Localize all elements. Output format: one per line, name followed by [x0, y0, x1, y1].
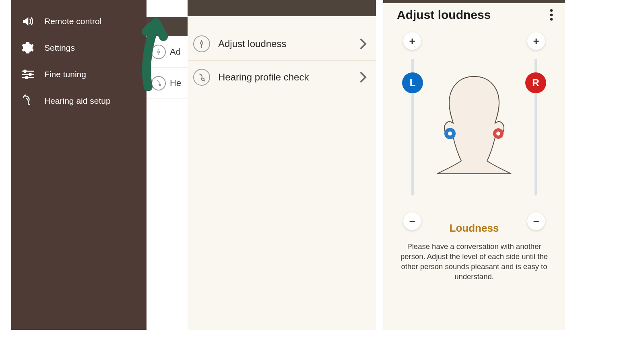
list-item-label: He — [170, 78, 181, 88]
fine-tuning-list-panel: Adjust loudness Hearing profile check — [188, 0, 376, 330]
drawer-item-settings[interactable]: Settings — [11, 35, 147, 61]
svg-point-3 — [159, 84, 161, 85]
drawer-item-remote-control[interactable]: Remote control — [11, 8, 147, 35]
drawer-item-label: Fine tuning — [44, 70, 86, 79]
plus-icon: + — [409, 35, 415, 47]
svg-point-22 — [496, 132, 500, 136]
right-minus-button[interactable]: − — [527, 212, 545, 230]
chevron-right-icon — [360, 72, 367, 83]
minus-icon: − — [533, 215, 539, 228]
chevron-right-icon — [360, 38, 367, 49]
list-item-label: Adjust loudness — [218, 38, 286, 49]
svg-point-18 — [550, 9, 553, 12]
left-plus-button[interactable]: + — [403, 32, 421, 50]
instruction-text: Please have a conversation with another … — [383, 234, 565, 282]
list-item-adjust-loudness[interactable]: Adjust loudness — [188, 27, 376, 61]
nav-drawer: Remote control Settings Fine tuning — [11, 0, 147, 330]
ear-icon — [21, 94, 35, 108]
list-item-hearing-profile-check[interactable]: Hearing profile check — [188, 61, 376, 94]
svg-point-12 — [25, 76, 28, 79]
plus-icon: + — [533, 35, 539, 47]
minus-icon: − — [409, 215, 415, 228]
list-item-label: Ad — [170, 47, 181, 57]
list-item: Ad — [147, 36, 192, 68]
drawer-item-label: Remote control — [44, 16, 101, 26]
right-indicator-label: R — [532, 77, 539, 88]
panel-header-bar — [188, 0, 376, 16]
hamburger-menu-button[interactable] — [147, 2, 164, 20]
svg-point-19 — [550, 14, 553, 16]
adjust-loudness-panel: Adjust loudness + + − − L R — [383, 0, 565, 330]
svg-line-17 — [204, 80, 205, 81]
svg-point-10 — [29, 73, 31, 76]
background-list-peek: Ad He — [147, 17, 192, 330]
speaker-icon — [21, 14, 35, 28]
panel-top-bar — [383, 0, 565, 3]
left-minus-button[interactable]: − — [403, 212, 421, 230]
left-indicator-label: L — [410, 77, 416, 88]
right-plus-button[interactable]: + — [527, 32, 545, 50]
svg-point-8 — [24, 70, 26, 72]
gear-icon — [21, 41, 35, 55]
hamburger-icon — [150, 7, 161, 16]
ear-profile-icon — [151, 76, 166, 90]
svg-point-0 — [158, 51, 160, 53]
page-title: Adjust loudness — [397, 8, 491, 22]
ear-profile-icon — [193, 69, 210, 86]
drawer-item-label: Settings — [44, 43, 75, 53]
svg-point-20 — [550, 18, 553, 21]
gauge-icon — [151, 45, 166, 59]
left-slider-knob[interactable]: L — [402, 72, 423, 93]
drawer-item-label: Hearing aid setup — [44, 96, 111, 106]
gauge-icon — [193, 35, 210, 52]
more-vertical-icon — [550, 9, 553, 21]
more-options-button[interactable] — [550, 9, 553, 21]
right-slider-knob[interactable]: R — [525, 72, 546, 93]
drawer-item-hearing-aid-setup[interactable]: Hearing aid setup — [11, 88, 147, 114]
list-item-label: Hearing profile check — [218, 72, 309, 83]
drawer-item-fine-tuning[interactable]: Fine tuning — [11, 61, 147, 88]
drawer-panel: Ad He Remote control — [11, 0, 180, 330]
sliders-icon — [21, 68, 35, 81]
head-illustration — [421, 73, 527, 182]
list-item: He — [147, 68, 192, 99]
svg-point-21 — [448, 132, 452, 136]
svg-point-13 — [200, 42, 203, 44]
